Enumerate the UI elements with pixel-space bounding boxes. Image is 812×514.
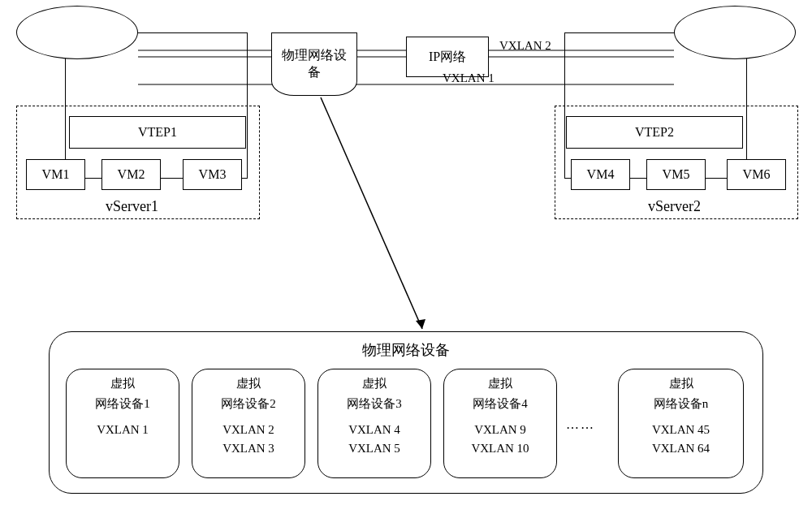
vxlan1-label: VXLAN 1 — [443, 71, 495, 85]
vdev-n: 虚拟 网络设备n VXLAN 45 VXLAN 64 — [618, 369, 744, 478]
vdev-4-name-2: 网络设备4 — [444, 395, 556, 413]
vm4-box: VM4 — [571, 159, 630, 190]
vtep1-label: VTEP1 — [138, 125, 177, 140]
phys-device-label-1: 物理网络设 — [282, 47, 347, 64]
vdev-2-name-2: 网络设备2 — [192, 395, 304, 413]
vm4-label: VM4 — [587, 167, 615, 182]
phys-device-panel: 物理网络设备 虚拟 网络设备1 VXLAN 1 虚拟 网络设备2 VXLAN 2… — [49, 331, 763, 494]
vm3-box: VM3 — [183, 159, 242, 190]
vm3-label: VM3 — [199, 167, 227, 182]
phys-device-label-2: 备 — [308, 64, 321, 81]
ip-network-label: IP网络 — [429, 49, 466, 66]
vm2-label: VM2 — [118, 167, 145, 182]
vdev-3-line-1: VXLAN 4 — [318, 421, 430, 439]
vdev-3-name-1: 虚拟 — [318, 374, 430, 393]
vdev-3: 虚拟 网络设备3 VXLAN 4 VXLAN 5 — [317, 369, 431, 478]
vdev-1-name-1: 虚拟 — [67, 374, 179, 393]
phys-device-top: 物理网络设 备 — [271, 32, 357, 96]
vdev-n-name-1: 虚拟 — [619, 374, 743, 393]
vdev-n-line-1: VXLAN 45 — [619, 421, 743, 439]
vdev-4-line-1: VXLAN 9 — [444, 421, 556, 439]
vdev-n-line-2: VXLAN 64 — [619, 439, 743, 458]
vm1-label: VM1 — [42, 167, 70, 182]
vdev-2: 虚拟 网络设备2 VXLAN 2 VXLAN 3 — [192, 369, 305, 478]
vdev-3-line-2: VXLAN 5 — [318, 439, 430, 458]
vtep2-box: VTEP2 — [566, 116, 743, 149]
vdev-1-line-1: VXLAN 1 — [67, 421, 179, 439]
vdev-2-name-1: 虚拟 — [192, 374, 304, 393]
vdev-2-line-2: VXLAN 3 — [192, 439, 304, 458]
vdev-2-line-1: VXLAN 2 — [192, 421, 304, 439]
router-left — [16, 6, 138, 59]
vm1-box: VM1 — [26, 159, 85, 190]
phys-device-panel-title: 物理网络设备 — [50, 340, 762, 360]
vm2-box: VM2 — [102, 159, 161, 190]
vdev-3-name-2: 网络设备3 — [318, 395, 430, 413]
router-right — [674, 6, 796, 59]
vserver1-label: vServer1 — [106, 198, 158, 215]
vdev-1: 虚拟 网络设备1 VXLAN 1 — [66, 369, 179, 478]
vdev-1-name-2: 网络设备1 — [67, 395, 179, 413]
svg-line-7 — [321, 97, 422, 329]
vtep1-box: VTEP1 — [69, 116, 246, 149]
vm5-box: VM5 — [646, 159, 706, 190]
vxlan2-label: VXLAN 2 — [499, 39, 551, 53]
vm5-label: VM5 — [663, 167, 690, 182]
vm6-label: VM6 — [743, 167, 771, 182]
vm6-box: VM6 — [727, 159, 786, 190]
vdev-ellipsis: …… — [566, 417, 595, 432]
vtep2-label: VTEP2 — [635, 125, 674, 140]
vserver2-label: vServer2 — [648, 198, 701, 215]
vdev-4-line-2: VXLAN 10 — [444, 439, 556, 458]
vdev-4-name-1: 虚拟 — [444, 374, 556, 393]
vdev-4: 虚拟 网络设备4 VXLAN 9 VXLAN 10 — [443, 369, 557, 478]
vdev-n-name-2: 网络设备n — [619, 395, 743, 413]
